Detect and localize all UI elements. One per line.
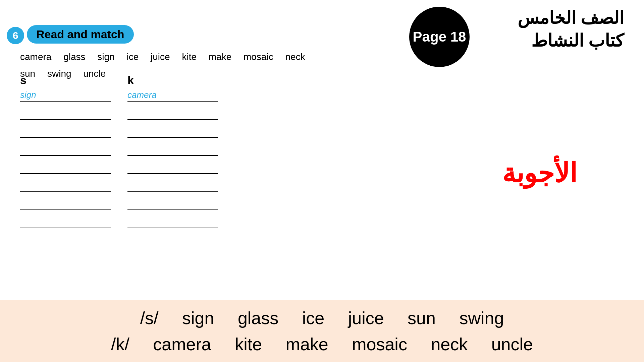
col-s-line8 — [20, 216, 111, 228]
col-k-line5 — [127, 162, 218, 174]
answer-row-k: /k/ camera kite make mosaic neck uncle — [102, 331, 542, 357]
activity-number: 6 — [13, 30, 18, 41]
column-s: s sign — [20, 74, 111, 234]
col-s-line7 — [20, 198, 111, 210]
col-k-line8 — [127, 216, 218, 228]
col-k-letter: k — [127, 74, 218, 87]
page-number: Page 18 — [413, 29, 466, 45]
col-k-line7 — [127, 198, 218, 210]
answer-k-uncle: uncle — [491, 335, 533, 354]
col-k-line2 — [127, 108, 218, 120]
column-k: k camera — [127, 74, 218, 234]
answer-s-sun: sun — [408, 308, 436, 328]
col-k-answer1: camera — [127, 90, 157, 100]
col-s-line2 — [20, 108, 111, 120]
col-s-line4 — [20, 144, 111, 156]
word-bank-row1: camera glass sign ice juice kite make mo… — [20, 49, 315, 65]
word-juice: juice — [151, 52, 170, 62]
answer-s-glass: glass — [238, 308, 278, 328]
col-k-line1: camera — [127, 89, 218, 102]
col-s-line3 — [20, 126, 111, 138]
answer-k-prefix: /k/ — [111, 335, 129, 354]
answer-k-camera: camera — [153, 335, 211, 354]
arabic-title-line2: كتاب النشاط — [518, 29, 624, 52]
col-s-line6 — [20, 180, 111, 192]
read-match-label: Read and match — [27, 25, 134, 44]
answer-row-s: /s/ sign glass ice juice sun swing — [131, 305, 514, 331]
word-neck: neck — [285, 52, 305, 62]
page-circle: Page 18 — [409, 7, 470, 67]
answer-bar: /s/ sign glass ice juice sun swing /k/ c… — [0, 300, 644, 362]
word-make: make — [209, 52, 231, 62]
answer-s-sign: sign — [182, 308, 214, 328]
col-k-line3 — [127, 126, 218, 138]
arabic-title-line1: الصف الخامس — [518, 7, 624, 29]
col-k-line6 — [127, 180, 218, 192]
col-s-line5 — [20, 162, 111, 174]
arabic-header: الصف الخامس كتاب النشاط — [518, 7, 624, 52]
answer-k-neck: neck — [431, 335, 468, 354]
activity-number-badge: 6 — [7, 27, 24, 44]
col-s-answer1: sign — [20, 90, 36, 100]
col-k-line4 — [127, 144, 218, 156]
answer-k-make: make — [286, 335, 328, 354]
word-ice: ice — [126, 52, 139, 62]
answer-s-juice: juice — [348, 308, 384, 328]
word-camera: camera — [20, 52, 51, 62]
answers-label: الأجوبة — [502, 158, 577, 189]
word-sign: sign — [97, 52, 114, 62]
word-kite: kite — [182, 52, 197, 62]
col-s-line1: sign — [20, 89, 111, 102]
answer-s-swing: swing — [459, 308, 504, 328]
col-s-letter: s — [20, 74, 111, 87]
word-glass: glass — [63, 52, 85, 62]
answer-s-prefix: /s/ — [140, 308, 159, 328]
answer-s-ice: ice — [302, 308, 324, 328]
answer-k-kite: kite — [235, 335, 262, 354]
word-mosaic: mosaic — [244, 52, 273, 62]
answer-k-mosaic: mosaic — [352, 335, 407, 354]
